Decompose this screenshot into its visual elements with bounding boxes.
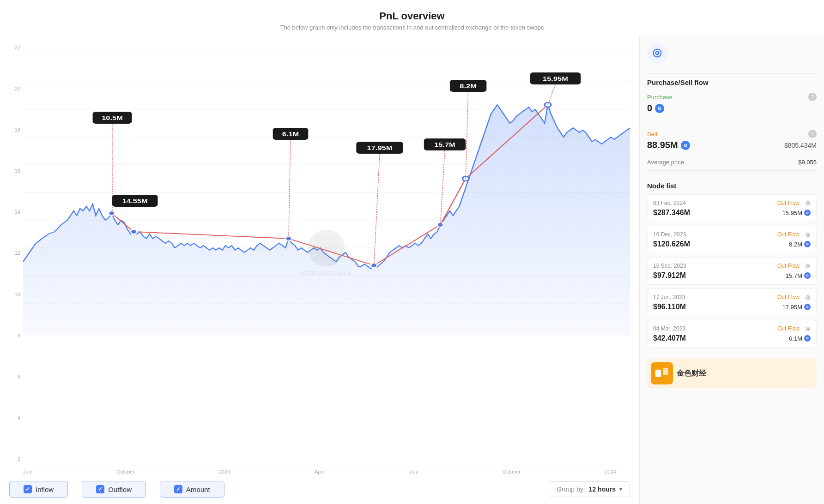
- brand-icon: [651, 362, 673, 384]
- sell-usd-value: $805.434M: [784, 142, 817, 149]
- svg-text:8.2M: 8.2M: [460, 83, 477, 89]
- divider-3: [647, 170, 817, 171]
- page-subtitle: The below graph only includes the transa…: [0, 24, 824, 31]
- node-flow-badge: Out Flow: [777, 325, 800, 332]
- node-date: 16 Sep, 2023: [653, 263, 686, 269]
- node-item: 16 Sep, 2023 Out Flow ⊗ $97.912M 15.7M: [647, 257, 817, 285]
- token-badge-icon: [804, 335, 811, 342]
- hide-icon[interactable]: ⊗: [805, 199, 811, 207]
- token-badge-icon: [804, 210, 811, 216]
- svg-point-47: [659, 108, 660, 109]
- hide-icon[interactable]: ⊗: [805, 294, 811, 301]
- node-flow-badge: Out Flow: [777, 294, 800, 300]
- token-badge-icon: [804, 304, 811, 310]
- brand-text: 金色财经: [677, 369, 706, 378]
- sell-value: 88.95M: [647, 140, 690, 150]
- node-item: 03 Feb, 2024 Out Flow ⊗ $287.346M 15.95M: [647, 194, 817, 222]
- svg-line-28: [289, 140, 291, 239]
- svg-text:15.95M: 15.95M: [543, 76, 568, 82]
- inflow-label: Inflow: [36, 486, 54, 493]
- group-by-value: 12 hours: [589, 486, 616, 493]
- y-label-8: 8: [9, 333, 20, 338]
- svg-line-34: [440, 150, 445, 225]
- y-label-6: 6: [9, 374, 20, 379]
- token-badge-icon: [804, 241, 811, 247]
- hide-icon[interactable]: ⊗: [805, 231, 811, 238]
- group-by-prefix: Group by:: [557, 486, 585, 493]
- node-item: 17 Jun, 2023 Out Flow ⊗ $96.110M 17.95M: [647, 288, 817, 316]
- outflow-label: Outflow: [108, 486, 132, 493]
- x-label-2024: 2024: [605, 469, 616, 474]
- svg-text:6.1M: 6.1M: [282, 131, 299, 137]
- node-list-title: Node list: [647, 182, 817, 190]
- group-by-selector[interactable]: Group by: 12 hours ▾: [549, 481, 630, 497]
- svg-line-31: [374, 154, 380, 265]
- x-label-october2: October: [503, 469, 521, 474]
- legend-inflow[interactable]: Inflow: [9, 481, 68, 498]
- amount-label: Amount: [186, 486, 210, 493]
- page-header: PnL overview The below graph only includ…: [0, 0, 824, 36]
- hide-icon[interactable]: ⊗: [805, 325, 811, 332]
- node-item: 04 Mar, 2023 Out Flow ⊗ $42.407M 6.1M: [647, 320, 817, 348]
- hide-icon[interactable]: ⊗: [805, 262, 811, 270]
- node-list: 03 Feb, 2024 Out Flow ⊗ $287.346M 15.95M…: [647, 194, 817, 351]
- purchase-row: Purchase ? 0: [647, 93, 817, 114]
- y-label-20: 20: [9, 86, 20, 91]
- legend-amount[interactable]: Amount: [160, 481, 224, 498]
- svg-text:10.5M: 10.5M: [102, 115, 123, 121]
- x-label-july2: July: [409, 469, 418, 474]
- node-date: 16 Dec, 2023: [653, 231, 686, 238]
- svg-point-59: [807, 275, 807, 276]
- node-date: 17 Jun, 2023: [653, 294, 685, 300]
- y-label-18: 18: [9, 127, 20, 132]
- node-usd-value: $42.407M: [653, 334, 686, 342]
- y-label-12: 12: [9, 250, 20, 256]
- avg-price-row: Average price $9.055: [647, 159, 817, 166]
- purchase-coin-icon: [655, 104, 664, 113]
- sell-question[interactable]: ?: [808, 130, 817, 138]
- chevron-down-icon: ▾: [619, 486, 622, 492]
- node-token-value: 15.95M: [782, 210, 811, 216]
- node-item: 16 Dec, 2023 Out Flow ⊗ $120.626M 8.2M: [647, 226, 817, 253]
- divider-1: [647, 73, 817, 74]
- chart-section: 22 20 18 16 14 12 10 8 6 4 2: [0, 36, 639, 504]
- node-date: 04 Mar, 2023: [653, 325, 685, 332]
- y-axis: 22 20 18 16 14 12 10 8 6 4 2: [9, 40, 20, 466]
- svg-text:17.95M: 17.95M: [367, 145, 393, 151]
- node-usd-value: $96.110M: [653, 303, 686, 311]
- token-icon: [647, 43, 667, 63]
- inflow-checkbox[interactable]: [24, 485, 32, 493]
- avg-price-label: Average price: [647, 159, 684, 166]
- y-label-14: 14: [9, 209, 20, 215]
- page-wrapper: PnL overview The below graph only includ…: [0, 0, 824, 504]
- node-token-value: 15.7M: [786, 272, 811, 279]
- sell-row: Sell ? 88.95M $805.43: [647, 130, 817, 150]
- y-label-22: 22: [9, 45, 20, 50]
- svg-rect-67: [663, 368, 668, 375]
- purchase-value: 0: [647, 103, 664, 114]
- legend-outflow[interactable]: Outflow: [82, 481, 146, 498]
- x-label-2023: 2023: [219, 469, 230, 474]
- node-token-value: 17.95M: [782, 304, 811, 311]
- node-token-value: 8.2M: [789, 241, 811, 248]
- svg-point-56: [807, 244, 807, 244]
- node-flow-badge: Out Flow: [777, 263, 800, 269]
- node-usd-value: $97.912M: [653, 271, 686, 280]
- svg-point-50: [685, 145, 686, 146]
- outflow-checkbox[interactable]: [96, 485, 104, 493]
- svg-line-37: [466, 92, 468, 179]
- node-flow-badge: Out Flow: [777, 200, 800, 206]
- main-content: 22 20 18 16 14 12 10 8 6 4 2: [0, 36, 824, 504]
- amount-checkbox[interactable]: [174, 485, 182, 493]
- node-usd-value: $120.626M: [653, 240, 690, 248]
- y-label-16: 16: [9, 168, 20, 174]
- x-label-july: July: [23, 469, 32, 474]
- svg-point-62: [807, 306, 807, 307]
- sell-label: Sell: [647, 131, 657, 138]
- avg-price-value: $9.055: [798, 159, 817, 166]
- svg-point-65: [807, 338, 807, 338]
- divider-2: [647, 125, 817, 125]
- chart-svg: 10.5M 14.55M 6.1M 17.95M: [23, 40, 630, 340]
- purchase-question[interactable]: ?: [808, 93, 817, 101]
- node-token-value: 6.1M: [789, 335, 811, 342]
